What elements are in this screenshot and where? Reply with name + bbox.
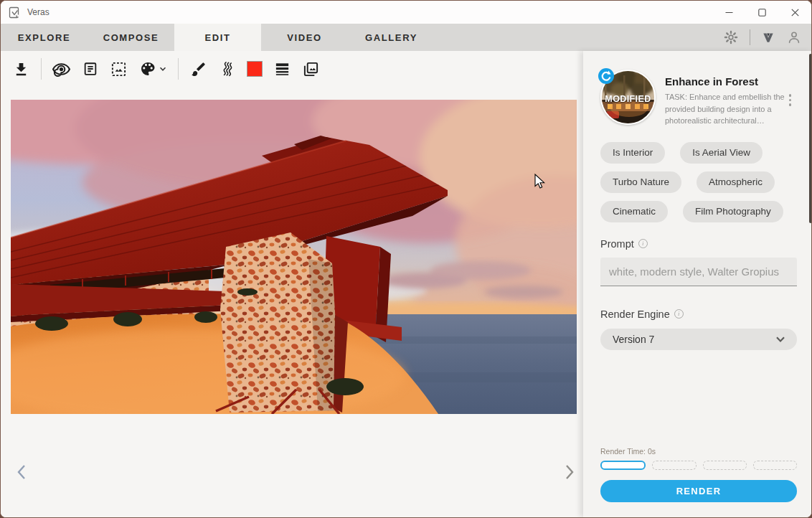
download-icon[interactable] — [12, 60, 30, 78]
tab-video[interactable]: VIDEO — [261, 24, 348, 51]
next-image-button[interactable] — [561, 463, 578, 481]
sync-refresh-icon — [597, 67, 615, 85]
palette-icon[interactable] — [138, 60, 156, 78]
toolbar-separator — [41, 58, 42, 80]
previous-image-button[interactable] — [13, 463, 30, 481]
style-title: Enhance in Forest — [665, 75, 788, 88]
render-slot-empty[interactable] — [753, 461, 797, 470]
close-button[interactable] — [778, 1, 811, 24]
chip-cinematic[interactable]: Cinematic — [600, 201, 668, 222]
palette-dropdown-chevron[interactable] — [159, 65, 167, 73]
prompt-label: Prompt i — [600, 238, 797, 250]
render-slot-active[interactable] — [600, 461, 646, 470]
minimize-button[interactable] — [712, 1, 745, 24]
tab-gallery[interactable]: GALLERY — [348, 24, 435, 51]
chevron-left-icon — [16, 464, 27, 480]
select-image-icon[interactable] — [110, 60, 128, 78]
settings-sidebar: MODIFIED Enhance in Forest TASK: Enhance… — [583, 51, 812, 517]
notes-document-icon[interactable] — [81, 60, 99, 78]
chip-is-aerial-view[interactable]: Is Aerial View — [680, 142, 763, 164]
tab-edit[interactable]: EDIT — [174, 24, 261, 51]
tabbar-separator — [750, 29, 750, 45]
line-weight-icon[interactable] — [273, 60, 291, 78]
chip-atmospheric[interactable]: Atmospheric — [697, 171, 775, 193]
photo-library-icon[interactable] — [302, 60, 320, 78]
sidebar-scrollbar-thumb[interactable] — [809, 54, 812, 223]
tab-compose[interactable]: COMPOSE — [88, 24, 174, 51]
veras-app-window: Veras EXPLORE COMPOSE EDIT VIDEO GALLERY — [0, 0, 812, 518]
modified-badge: MODIFIED — [602, 94, 654, 104]
render-engine-info-icon[interactable]: i — [674, 309, 684, 319]
chip-is-interior[interactable]: Is Interior — [600, 142, 665, 164]
render-engine-value: Version 7 — [613, 334, 654, 345]
style-option-chips: Is Interior Is Aerial View Turbo Nature … — [600, 142, 797, 222]
main-content — [1, 51, 583, 517]
render-slots — [600, 461, 797, 470]
color-swatch-red[interactable] — [247, 61, 263, 77]
toolbar-separator — [178, 58, 179, 80]
render-engine-select[interactable]: Version 7 — [600, 329, 797, 350]
veras-logo-icon[interactable] — [761, 30, 775, 44]
visibility-eye-icon[interactable] — [52, 60, 70, 78]
account-person-icon[interactable] — [786, 29, 802, 45]
window-title: Veras — [27, 7, 49, 17]
edit-toolbar — [1, 51, 583, 87]
render-canvas-image[interactable] — [11, 100, 577, 414]
render-button[interactable]: RENDER — [600, 480, 797, 502]
chevron-right-icon — [565, 464, 575, 480]
style-task-description: TASK: Enhance and embellish the provided… — [665, 91, 788, 127]
chip-turbo-nature[interactable]: Turbo Nature — [600, 171, 681, 193]
settings-gear-icon[interactable] — [723, 29, 739, 45]
tab-explore[interactable]: EXPLORE — [1, 24, 88, 51]
chevron-down-icon — [776, 336, 785, 342]
chip-film-photography[interactable]: Film Photography — [683, 201, 783, 222]
render-slot-empty[interactable] — [652, 461, 696, 470]
prompt-info-icon[interactable]: i — [638, 239, 648, 248]
veras-app-icon — [9, 6, 21, 19]
title-bar: Veras — [1, 1, 811, 24]
style-menu-kebab-icon[interactable] — [789, 94, 792, 106]
maximize-button[interactable] — [745, 1, 778, 24]
brush-icon[interactable] — [189, 60, 207, 78]
render-time-text: Render Time: 0s — [600, 447, 797, 456]
waves-icon[interactable] — [218, 60, 236, 78]
render-slot-empty[interactable] — [703, 461, 747, 470]
tab-bar: EXPLORE COMPOSE EDIT VIDEO GALLERY — [1, 24, 811, 51]
prompt-input[interactable] — [600, 258, 797, 286]
style-card: MODIFIED Enhance in Forest TASK: Enhance… — [600, 70, 797, 127]
render-engine-label: Render Engine i — [600, 309, 797, 320]
